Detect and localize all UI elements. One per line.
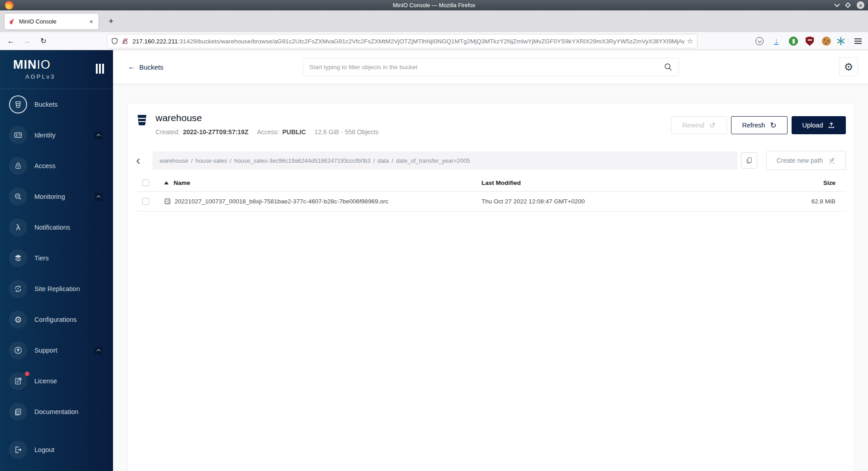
sidebar-item-monitoring[interactable]: Monitoring bbox=[0, 181, 113, 212]
cookie-extension-icon[interactable] bbox=[820, 35, 833, 47]
path-back-chevron-icon[interactable]: ‹ bbox=[136, 154, 146, 167]
rewind-button[interactable]: Rewind ↺ bbox=[671, 116, 727, 134]
sidebar-item-license[interactable]: License bbox=[0, 366, 113, 396]
refresh-icon: ↻ bbox=[770, 121, 776, 130]
back-arrow-icon: ← bbox=[128, 63, 135, 71]
new-path-icon bbox=[828, 157, 835, 165]
sidebar: MINIO AGPLv3 Buckets Identity bbox=[0, 50, 113, 471]
tab-close-icon[interactable]: × bbox=[89, 18, 94, 25]
bucket-settings-button[interactable]: ⚙ bbox=[839, 57, 858, 76]
sidebar-item-buckets[interactable]: Buckets bbox=[0, 89, 113, 120]
pocket-icon[interactable] bbox=[753, 35, 766, 47]
access-label: Access: bbox=[257, 128, 279, 136]
collapse-chevron-icon[interactable] bbox=[94, 193, 102, 201]
upload-button[interactable]: Upload bbox=[792, 116, 846, 134]
collapse-chevron-icon[interactable] bbox=[94, 132, 102, 139]
lambda-glyph: λ bbox=[16, 222, 20, 232]
upload-label: Upload bbox=[802, 122, 823, 129]
window-maximize-icon[interactable] bbox=[845, 2, 851, 8]
create-new-path-button[interactable]: Create new path bbox=[766, 151, 846, 170]
breadcrumb-segment[interactable]: house_sales-3ec96c19a6244d5186247193cccf… bbox=[234, 157, 370, 164]
bookmark-star-icon[interactable]: ☆ bbox=[687, 37, 693, 45]
sidebar-item-label: Support bbox=[34, 347, 57, 354]
nav-forward-icon[interactable]: → bbox=[20, 32, 34, 50]
sidebar-item-tiers[interactable]: Tiers bbox=[0, 243, 113, 273]
object-name: 20221027_100737_00018_b8xji-7581bae2-377… bbox=[175, 198, 388, 205]
window-close-icon[interactable]: × bbox=[857, 1, 864, 9]
back-to-buckets-link[interactable]: ← Buckets bbox=[128, 50, 163, 84]
sidebar-item-logout[interactable]: Logout bbox=[0, 434, 113, 465]
back-label: Buckets bbox=[139, 63, 163, 71]
bucket-name: warehouse bbox=[156, 113, 671, 123]
size-column-header[interactable]: Size bbox=[769, 179, 846, 186]
tab-minio-console[interactable]: MinIO Console × bbox=[5, 14, 99, 29]
sidebar-item-access[interactable]: Access bbox=[0, 151, 113, 181]
sidebar-item-site-replication[interactable]: Site Replication bbox=[0, 273, 113, 304]
collapse-chevron-icon[interactable] bbox=[94, 347, 102, 354]
sidebar-item-label: Logout bbox=[34, 446, 54, 453]
object-size: 62.8 MiB bbox=[769, 198, 846, 205]
cookie-badge bbox=[822, 37, 831, 46]
nav-back-icon[interactable]: ← bbox=[4, 32, 18, 50]
documentation-icon bbox=[9, 403, 27, 421]
rewind-icon: ↺ bbox=[709, 121, 716, 130]
breadcrumb-segment[interactable]: data bbox=[377, 157, 389, 164]
copy-path-button[interactable] bbox=[741, 152, 757, 169]
logout-icon bbox=[9, 441, 27, 459]
main-content: ← Buckets ⚙ warehouse Created: 2022-10-2… bbox=[113, 50, 868, 471]
pocket-circle bbox=[755, 37, 764, 45]
breadcrumb-segment[interactable]: date_of_transfer_year=2005 bbox=[396, 157, 470, 164]
breadcrumb-separator: / bbox=[191, 157, 193, 164]
pocket-chevron bbox=[757, 38, 762, 43]
created-label: Created: bbox=[156, 128, 180, 136]
window-title: MinIO Console — Mozilla Firefox bbox=[0, 2, 868, 9]
access-value: PUBLIC bbox=[282, 128, 306, 136]
sidebar-item-label: Documentation bbox=[34, 408, 79, 415]
name-column-header[interactable]: Name bbox=[154, 179, 481, 186]
sidebar-item-support[interactable]: Support bbox=[0, 335, 113, 366]
window-minimize-icon[interactable] bbox=[834, 1, 840, 7]
tracking-shield-icon[interactable] bbox=[111, 38, 118, 45]
new-tab-button[interactable]: + bbox=[106, 15, 116, 27]
breadcrumb-segment[interactable]: warehouse bbox=[160, 157, 189, 164]
bucket-meta: Created: 2022-10-27T09:57:19Z Access: PU… bbox=[156, 128, 671, 136]
refresh-button[interactable]: Refresh ↻ bbox=[731, 116, 788, 134]
ublock-shield bbox=[806, 37, 814, 46]
sidebar-item-label: License bbox=[34, 377, 57, 385]
sidebar-item-label: Buckets bbox=[34, 101, 58, 108]
menu-hamburger-icon[interactable] bbox=[852, 35, 864, 47]
download-arrow: ↓ bbox=[774, 38, 778, 45]
asterisk-glyph bbox=[836, 37, 845, 46]
tab-title: MinIO Console bbox=[19, 19, 89, 25]
search-input[interactable] bbox=[309, 64, 664, 71]
object-modified: Thu Oct 27 2022 12:08:47 GMT+0200 bbox=[481, 198, 769, 205]
sort-ascending-icon bbox=[164, 181, 169, 184]
sidebar-item-notifications[interactable]: λ Notifications bbox=[0, 212, 113, 243]
modified-column-header[interactable]: Last Modified bbox=[481, 179, 769, 186]
lambda-icon: λ bbox=[9, 218, 27, 236]
sidebar-item-documentation[interactable]: Documentation bbox=[0, 396, 113, 427]
insecure-lock-icon[interactable] bbox=[122, 38, 128, 45]
breadcrumb-separator: / bbox=[230, 157, 231, 164]
license-document-icon bbox=[9, 372, 27, 390]
object-name-cell[interactable]: 20221027_100737_00018_b8xji-7581bae2-377… bbox=[154, 198, 481, 205]
nav-reload-icon[interactable]: ↻ bbox=[36, 32, 51, 50]
sidebar-item-label: Identity bbox=[34, 132, 56, 139]
extension-green-icon[interactable] bbox=[787, 35, 800, 47]
breadcrumb-segment[interactable]: house-sales bbox=[195, 157, 227, 164]
select-all-checkbox[interactable] bbox=[142, 179, 149, 186]
copy-icon bbox=[745, 157, 753, 164]
sidebar-item-identity[interactable]: Identity bbox=[0, 120, 113, 151]
sidebar-item-label: Notifications bbox=[34, 224, 70, 231]
ublock-origin-icon[interactable] bbox=[803, 35, 816, 47]
bucket-icon bbox=[9, 95, 27, 113]
table-row[interactable]: 20221027_100737_00018_b8xji-7581bae2-377… bbox=[136, 192, 846, 212]
multiaccount-containers-icon[interactable] bbox=[835, 35, 847, 47]
sidebar-item-configurations[interactable]: ⚙ Configurations bbox=[0, 304, 113, 335]
row-checkbox[interactable] bbox=[142, 198, 149, 205]
downloads-icon[interactable]: ↓ bbox=[770, 35, 783, 47]
id-card-icon bbox=[9, 126, 27, 144]
upload-icon bbox=[828, 122, 835, 129]
url-bar[interactable]: 217.160.222.211:31429/buckets/warehouse/… bbox=[107, 34, 697, 48]
sidebar-collapse-icon[interactable] bbox=[96, 64, 104, 74]
